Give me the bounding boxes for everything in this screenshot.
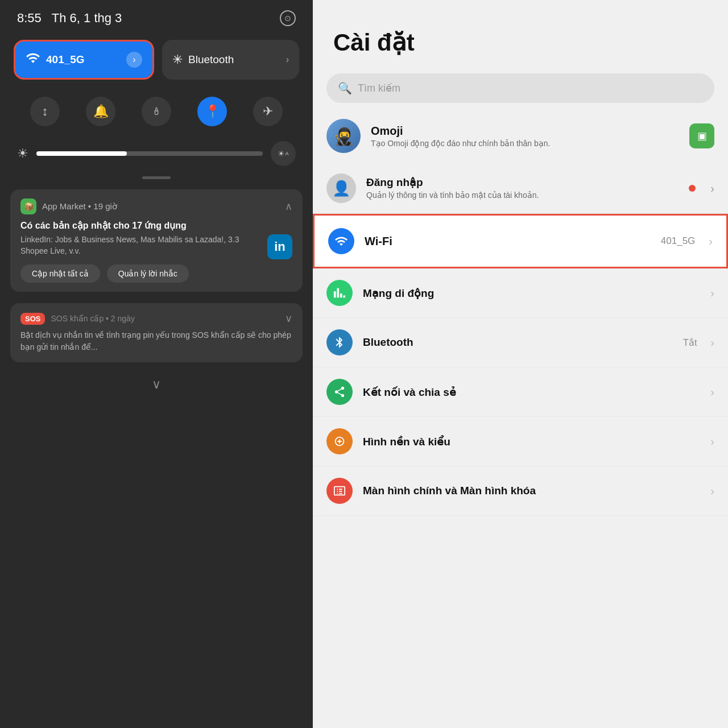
wifi-setting-value: 401_5G bbox=[661, 235, 696, 247]
right-panel: Cài đặt 🔍 Tìm kiếm 🥷 Omoji Tạo Omoji độn… bbox=[313, 0, 728, 728]
search-bar[interactable]: 🔍 Tìm kiếm bbox=[326, 73, 714, 103]
connection-sharing-label: Kết nối và chia sẻ bbox=[363, 386, 697, 399]
omoji-setting[interactable]: 🥷 Omoji Tạo Omoji động độc đáo như chính… bbox=[313, 109, 728, 163]
sos-badge: SOS bbox=[20, 313, 45, 325]
date-text: Th 6, 1 thg 3 bbox=[52, 11, 122, 25]
airplane-icon-btn[interactable]: ✈ bbox=[253, 97, 283, 126]
wifi-setting-icon bbox=[328, 228, 354, 254]
notif-actions: Cập nhật tất cả Quản lý lời nhắc bbox=[20, 264, 260, 283]
mobile-network-label: Mạng di động bbox=[363, 287, 697, 300]
login-info: Đăng nhập Quản lý thông tin và tính bảo … bbox=[366, 176, 679, 201]
appmarket-icon: 📦 bbox=[20, 198, 36, 214]
wifi-setting-row[interactable]: Wi-Fi 401_5G › bbox=[313, 214, 728, 268]
bell-icon-btn[interactable]: 🔔 bbox=[86, 97, 115, 126]
status-bar: 8:55 Th 6, 1 thg 3 ⊙ bbox=[0, 0, 313, 32]
quick-tiles: 401_5G › ✳ Bluetooth › bbox=[0, 32, 313, 88]
location-icon-btn[interactable]: 📍 bbox=[197, 97, 227, 126]
mobile-network-icon bbox=[326, 280, 353, 306]
mobile-network-row[interactable]: Mạng di động › bbox=[313, 268, 728, 318]
connection-sharing-row[interactable]: Kết nối và chia sẻ › bbox=[313, 367, 728, 417]
page-title: Cài đặt bbox=[333, 28, 708, 56]
login-name: Đăng nhập bbox=[366, 176, 679, 189]
wifi-tile-label: 401_5G bbox=[46, 53, 121, 66]
bluetooth-tile[interactable]: ✳ Bluetooth › bbox=[162, 40, 299, 80]
notification-sos[interactable]: SOS SOS khẩn cấp • 2 ngày ∨ Bật dịch vụ … bbox=[10, 303, 303, 362]
wallpaper-chevron: › bbox=[710, 435, 714, 448]
brightness-auto-btn[interactable]: ☀A bbox=[271, 141, 296, 166]
omoji-name: Omoji bbox=[371, 125, 679, 138]
homescreen-row[interactable]: Màn hình chính và Màn hình khóa › bbox=[313, 466, 728, 516]
right-header: Cài đặt bbox=[313, 0, 728, 68]
bluetooth-setting-label: Bluetooth bbox=[363, 336, 673, 349]
notif-chevron: ∧ bbox=[285, 200, 292, 213]
wallpaper-row[interactable]: Hình nền và kiểu › bbox=[313, 417, 728, 466]
notification-appmarket[interactable]: 📦 App Market • 19 giờ ∧ Có các bản cập n… bbox=[10, 189, 303, 292]
notif-appname: App Market • 19 giờ bbox=[42, 201, 279, 212]
update-all-btn[interactable]: Cập nhật tất cả bbox=[20, 264, 100, 283]
sos-time: SOS khẩn cấp • 2 ngày bbox=[51, 314, 134, 323]
small-icons-row: ↕ 🔔 🕯 📍 ✈ bbox=[0, 88, 313, 135]
wallpaper-icon bbox=[326, 428, 353, 454]
bluetooth-tile-arrow: › bbox=[286, 55, 289, 65]
search-placeholder: Tìm kiếm bbox=[358, 82, 400, 94]
bluetooth-tile-label: Bluetooth bbox=[188, 53, 280, 66]
handle-bar bbox=[142, 176, 171, 179]
bluetooth-setting-icon bbox=[326, 329, 353, 355]
brightness-track[interactable] bbox=[36, 151, 263, 156]
wifi-setting-chevron: › bbox=[709, 235, 713, 248]
login-setting[interactable]: 👤 Đăng nhập Quản lý thông tin và tính bả… bbox=[313, 163, 728, 214]
brightness-row: ☀ ☀A bbox=[0, 135, 313, 172]
login-dot bbox=[689, 185, 696, 192]
status-time: 8:55 Th 6, 1 thg 3 bbox=[17, 11, 122, 26]
bluetooth-setting-value: Tắt bbox=[683, 337, 697, 348]
brightness-fill bbox=[36, 151, 127, 156]
bluetooth-setting-chevron: › bbox=[710, 336, 714, 349]
torch-icon-btn[interactable]: 🕯 bbox=[142, 97, 171, 126]
login-desc: Quản lý thông tin và tính bảo mật của tà… bbox=[366, 190, 679, 201]
bluetooth-icon: ✳ bbox=[172, 52, 183, 67]
sound-icon-btn[interactable]: ↕ bbox=[30, 97, 60, 126]
bluetooth-setting-row[interactable]: Bluetooth Tắt › bbox=[313, 318, 728, 367]
scroll-down-indicator: ∨ bbox=[0, 368, 313, 401]
omoji-avatar: 🥷 bbox=[326, 119, 361, 153]
left-panel: 8:55 Th 6, 1 thg 3 ⊙ 401_5G › ✳ Bluetoot… bbox=[0, 0, 313, 728]
omoji-icon-right: ▣ bbox=[689, 123, 714, 148]
homescreen-label: Màn hình chính và Màn hình khóa bbox=[363, 485, 697, 497]
wifi-icon bbox=[26, 51, 40, 69]
search-icon: 🔍 bbox=[338, 81, 352, 95]
time-text: 8:55 bbox=[17, 11, 42, 25]
login-chevron: › bbox=[710, 182, 714, 195]
mobile-network-chevron: › bbox=[710, 287, 714, 300]
notif2-header: SOS SOS khẩn cấp • 2 ngày ∨ bbox=[20, 312, 292, 325]
wallpaper-label: Hình nền và kiểu bbox=[363, 435, 697, 448]
linkedin-badge: in bbox=[267, 234, 292, 259]
wifi-tile-arrow[interactable]: › bbox=[126, 52, 142, 68]
manage-reminders-btn[interactable]: Quản lý lời nhắc bbox=[107, 264, 189, 283]
sos-chevron: ∨ bbox=[285, 312, 292, 325]
omoji-desc: Tạo Omoji động độc đáo như chính bản thâ… bbox=[371, 139, 679, 148]
homescreen-icon bbox=[326, 478, 353, 504]
homescreen-chevron: › bbox=[710, 485, 714, 498]
connection-sharing-chevron: › bbox=[710, 386, 714, 399]
login-avatar: 👤 bbox=[326, 173, 356, 203]
notif-body: LinkedIn: Jobs & Business News, Mas Mabi… bbox=[20, 234, 260, 257]
brightness-low-icon: ☀ bbox=[17, 146, 28, 161]
status-icons: ⊙ bbox=[280, 10, 296, 26]
camera-icon: ⊙ bbox=[280, 10, 296, 26]
notif-header: 📦 App Market • 19 giờ ∧ bbox=[20, 198, 292, 214]
connection-sharing-icon bbox=[326, 379, 353, 405]
notif-title: Có các bản cập nhật cho 17 ứng dụng bbox=[20, 220, 292, 231]
sos-body: Bật dịch vụ nhắn tin về tình trạng pin y… bbox=[20, 329, 292, 353]
omoji-info: Omoji Tạo Omoji động độc đáo như chính b… bbox=[371, 125, 679, 148]
wifi-setting-label: Wi-Fi bbox=[365, 235, 651, 248]
wifi-tile[interactable]: 401_5G › bbox=[14, 40, 154, 80]
settings-list: 🥷 Omoji Tạo Omoji động độc đáo như chính… bbox=[313, 109, 728, 728]
